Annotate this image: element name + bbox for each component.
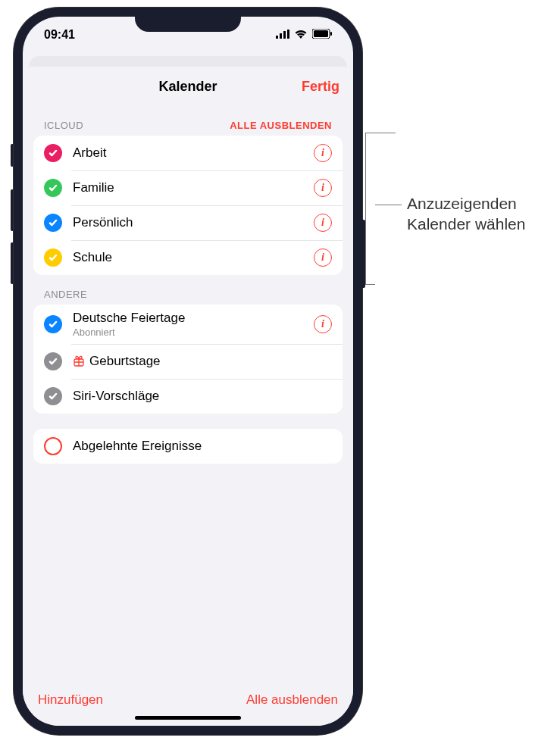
svg-rect-6	[330, 32, 332, 36]
svg-rect-3	[287, 30, 289, 39]
calendar-row-geburtstage[interactable]: Geburtstage	[33, 344, 343, 379]
done-button[interactable]: Fertig	[302, 79, 339, 95]
section-title: ICLOUD	[44, 120, 83, 131]
notch	[135, 17, 241, 32]
info-button[interactable]: i	[314, 179, 332, 197]
calendar-row-familie[interactable]: Familie i	[33, 170, 343, 205]
calendar-row-arbeit[interactable]: Arbeit i	[33, 136, 343, 170]
calendar-label: Siri-Vorschläge	[73, 389, 332, 404]
status-bar: 09:41	[23, 17, 353, 53]
svg-rect-2	[283, 31, 286, 39]
hide-all-icloud-button[interactable]: ALLE AUSBLENDEN	[230, 120, 332, 131]
calendar-row-siri[interactable]: Siri-Vorschläge	[33, 379, 343, 414]
checkmark-icon	[44, 387, 62, 405]
checkmark-icon	[44, 248, 62, 267]
add-calendar-button[interactable]: Hinzufügen	[38, 692, 103, 708]
info-button[interactable]: i	[314, 248, 332, 267]
svg-rect-5	[314, 30, 328, 37]
calendar-label: Geburtstage	[73, 354, 332, 369]
calendars-modal: Kalender Fertig ICLOUD ALLE AUSBLENDEN A…	[23, 67, 353, 726]
calendar-row-persoenlich[interactable]: Persönlich i	[33, 205, 343, 240]
status-time: 09:41	[44, 28, 75, 42]
svg-rect-1	[280, 33, 282, 39]
info-button[interactable]: i	[314, 214, 332, 232]
svg-rect-0	[276, 36, 278, 39]
home-indicator[interactable]	[135, 716, 241, 720]
hide-all-button[interactable]: Alle ausblenden	[246, 692, 338, 708]
section-title: ANDERE	[44, 289, 87, 300]
section-header-icloud: ICLOUD ALLE AUSBLENDEN	[33, 106, 343, 136]
modal-content: ICLOUD ALLE AUSBLENDEN Arbeit i Familie …	[23, 106, 353, 682]
calendar-label: Abgelehnte Ereignisse	[73, 439, 332, 454]
calendar-label: Arbeit	[73, 145, 314, 161]
section-header-other: ANDERE	[33, 275, 343, 305]
other-list: Deutsche Feiertage Abonniert i Geburtsta…	[33, 305, 343, 414]
modal-header: Kalender Fertig	[23, 67, 353, 106]
cellular-icon	[276, 28, 289, 42]
checkmark-icon	[44, 214, 62, 232]
battery-icon	[312, 28, 332, 42]
unchecked-circle-icon	[44, 437, 62, 455]
checkmark-icon	[44, 315, 62, 333]
modal-title: Kalender	[158, 79, 217, 95]
calendar-sublabel: Abonniert	[73, 327, 314, 338]
calendar-label: Schule	[73, 250, 314, 265]
wifi-icon	[294, 28, 308, 42]
icloud-list: Arbeit i Familie i Persönlich i	[33, 136, 343, 275]
checkmark-icon	[44, 179, 62, 197]
phone-frame: 09:41 Kalender Fertig IC	[14, 8, 362, 735]
calendar-row-feiertage[interactable]: Deutsche Feiertage Abonniert i	[33, 305, 343, 344]
calendar-label: Familie	[73, 180, 314, 195]
checkmark-icon	[44, 352, 62, 370]
annotation-text: AnzuzeigendenKalender wählen	[407, 193, 525, 235]
calendar-row-schule[interactable]: Schule i	[33, 240, 343, 275]
checkmark-icon	[44, 144, 62, 162]
calendar-row-declined[interactable]: Abgelehnte Ereignisse	[33, 429, 343, 464]
gift-icon	[73, 355, 85, 367]
calendar-label: Persönlich	[73, 215, 314, 230]
declined-list: Abgelehnte Ereignisse	[33, 429, 343, 464]
phone-screen: 09:41 Kalender Fertig IC	[23, 17, 353, 726]
info-button[interactable]: i	[314, 315, 332, 333]
calendar-label: Deutsche Feiertage	[73, 311, 314, 326]
info-button[interactable]: i	[314, 144, 332, 162]
